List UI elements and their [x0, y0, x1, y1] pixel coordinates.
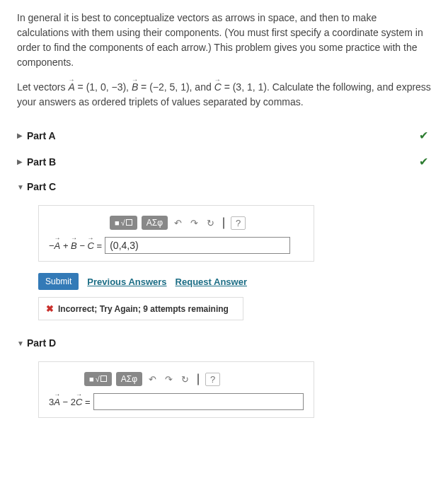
- previous-answers-link[interactable]: Previous Answers: [87, 276, 166, 287]
- part-c-title: Part C: [27, 181, 56, 192]
- part-c-body: ■√ ΑΣφ ↶ ↷ ↻ ? −A + B − C = (0,4,3): [38, 205, 314, 262]
- template-button[interactable]: ■√: [110, 216, 137, 230]
- part-c-answer-input[interactable]: (0,4,3): [105, 237, 290, 254]
- keyboard-icon[interactable]: [195, 373, 201, 386]
- undo-icon[interactable]: ↶: [147, 373, 159, 386]
- chevron-down-icon: ▼: [17, 183, 27, 191]
- part-a-title: Part A: [27, 130, 56, 141]
- part-c-equation-label: −A + B − C =: [49, 240, 102, 251]
- part-d-header[interactable]: ▼ Part D: [17, 337, 431, 349]
- vector-C: C: [214, 81, 222, 93]
- redo-icon[interactable]: ↷: [188, 216, 200, 230]
- greek-button[interactable]: ΑΣφ: [142, 216, 168, 230]
- greek-button[interactable]: ΑΣφ: [116, 372, 142, 386]
- part-c-header[interactable]: ▼ Part C: [17, 181, 431, 192]
- vector-A-value: = (1, 0, −3): [75, 81, 126, 93]
- problem-setup: Let vectors A = (1, 0, −3), B = (−2, 5, …: [17, 80, 431, 110]
- check-icon: ✔: [419, 155, 431, 168]
- part-d-equation-label: 3A − 2C =: [49, 397, 91, 407]
- problem-intro: In general it is best to conceptualize v…: [17, 11, 431, 70]
- x-icon: ✖: [46, 303, 54, 314]
- part-c-feedback: ✖ Incorrect; Try Again; 9 attempts remai…: [38, 297, 243, 320]
- undo-icon[interactable]: ↶: [172, 216, 184, 230]
- vector-C-value: = (3, 1, 1): [222, 81, 267, 93]
- submit-button[interactable]: Submit: [38, 273, 79, 290]
- vector-B-value: = (−2, 5, 1): [138, 81, 189, 93]
- chevron-right-icon: ▶: [17, 132, 27, 139]
- part-a-header[interactable]: ▶ Part A ✔: [17, 122, 431, 148]
- vector-B: B: [132, 81, 138, 93]
- redo-icon[interactable]: ↷: [163, 373, 175, 386]
- template-button[interactable]: ■√: [84, 372, 112, 386]
- check-icon: ✔: [419, 129, 431, 142]
- help-button[interactable]: ?: [231, 216, 246, 230]
- part-b-header[interactable]: ▶ Part B ✔: [17, 148, 431, 175]
- part-c-actions: Submit Previous Answers Request Answer: [38, 273, 431, 290]
- setup-text: Let vectors: [17, 81, 68, 93]
- vector-A: A: [68, 81, 74, 93]
- part-d-body: ■√ ΑΣφ ↶ ↷ ↻ ? 3A − 2C =: [38, 361, 314, 418]
- keyboard-icon[interactable]: [221, 216, 226, 230]
- help-button[interactable]: ?: [205, 373, 220, 386]
- part-d-answer-input[interactable]: [93, 393, 304, 410]
- chevron-right-icon: ▶: [17, 158, 27, 165]
- part-d-title: Part D: [27, 337, 56, 349]
- request-answer-link[interactable]: Request Answer: [176, 276, 247, 287]
- reset-icon[interactable]: ↻: [179, 373, 191, 386]
- equation-toolbar: ■√ ΑΣφ ↶ ↷ ↻ ?: [84, 372, 304, 386]
- equation-toolbar: ■√ ΑΣφ ↶ ↷ ↻ ?: [110, 216, 304, 230]
- reset-icon[interactable]: ↻: [205, 216, 217, 230]
- part-b-title: Part B: [27, 156, 56, 168]
- chevron-down-icon: ▼: [17, 339, 27, 347]
- feedback-text: Incorrect; Try Again; 9 attempts remaini…: [58, 304, 229, 314]
